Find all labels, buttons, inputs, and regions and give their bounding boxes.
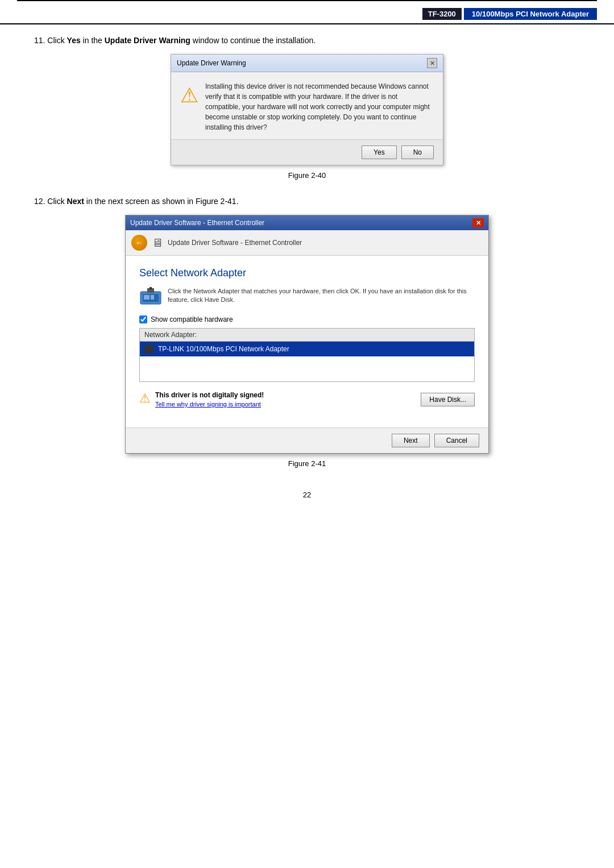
network-desc-text: Click the Network Adapter that matches y… — [168, 287, 475, 305]
page-header: TF-3200 10/100Mbps PCI Network Adapter — [0, 5, 614, 24]
update-dialog-wrapper: Update Driver Software - Ethernet Contro… — [34, 215, 580, 454]
warning-dialog-title: Update Driver Warning — [177, 59, 246, 67]
adapter-item-name: TP-LINK 10/100Mbps PCI Network Adapter — [158, 345, 289, 353]
driver-signing-link[interactable]: Tell me why driver signing is important — [155, 401, 261, 408]
network-adapter-icon — [139, 287, 162, 305]
update-dialog-close[interactable]: ✕ — [472, 218, 484, 227]
show-compatible-label: Show compatible hardware — [151, 315, 233, 323]
adapter-list-container: Network Adapter: TP-LINK 10/100Mbps PCI … — [139, 328, 475, 382]
driver-warning-title: This driver is not digitally signed! — [155, 391, 264, 399]
monitor-icon: 🖥 — [152, 236, 163, 250]
svg-rect-2 — [144, 295, 150, 300]
back-button[interactable]: ← — [131, 235, 147, 251]
update-dialog-footer: Next Cancel — [126, 427, 488, 453]
figure-41-caption: Figure 2-41 — [34, 459, 580, 468]
show-compatible-row: Show compatible hardware — [139, 315, 475, 323]
step-11: 11. Click Yes in the Update Driver Warni… — [34, 36, 580, 180]
update-dialog-titlebar: Update Driver Software - Ethernet Contro… — [126, 215, 488, 230]
driver-warning-left: ⚠ This driver is not digitally signed! T… — [139, 391, 264, 408]
warning-dialog-footer: Yes No — [171, 139, 443, 165]
cancel-button[interactable]: Cancel — [434, 434, 479, 447]
yes-button[interactable]: Yes — [362, 146, 397, 159]
svg-rect-5 — [150, 287, 152, 289]
figure-40-caption: Figure 2-40 — [34, 171, 580, 180]
nav-title-text: Update Driver Software - Ethernet Contro… — [168, 239, 302, 247]
product-label: 10/100Mbps PCI Network Adapter — [464, 8, 597, 20]
no-button[interactable]: No — [401, 146, 434, 159]
network-desc: Click the Network Adapter that matches y… — [139, 287, 475, 305]
adapter-item[interactable]: TP-LINK 10/100Mbps PCI Network Adapter — [140, 342, 474, 356]
adapter-list-body: TP-LINK 10/100Mbps PCI Network Adapter — [140, 342, 474, 381]
adapter-item-icon — [144, 345, 154, 353]
model-label: TF-3200 — [422, 8, 462, 20]
page-number: 22 — [0, 491, 614, 510]
select-network-title: Select Network Adapter — [139, 267, 475, 279]
warning-dialog-wrapper: Update Driver Warning ✕ ⚠ Installing thi… — [34, 54, 580, 165]
step-11-text: 11. Click Yes in the Update Driver Warni… — [34, 36, 580, 45]
network-adapter-svg — [139, 287, 163, 306]
warning-dialog-body: ⚠ Installing this device driver is not r… — [171, 72, 443, 139]
have-disk-button[interactable]: Have Disk... — [421, 393, 475, 406]
show-compatible-checkbox[interactable] — [139, 315, 147, 323]
driver-warning-icon: ⚠ — [139, 391, 151, 406]
warning-dialog-titlebar: Update Driver Warning ✕ — [171, 55, 443, 72]
update-dialog-nav: ← 🖥 Update Driver Software - Ethernet Co… — [126, 230, 488, 256]
update-dialog: Update Driver Software - Ethernet Contro… — [125, 215, 489, 454]
svg-rect-3 — [151, 295, 154, 300]
step-12-text: 12. Click Next in the next screen as sho… — [34, 197, 580, 206]
warning-dialog-close[interactable]: ✕ — [427, 58, 437, 68]
warning-dialog-text: Installing this device driver is not rec… — [205, 81, 434, 132]
adapter-list-empty-space — [140, 356, 474, 379]
driver-warning-text: This driver is not digitally signed! Tel… — [155, 391, 264, 408]
update-dialog-content: Select Network Adapter — [126, 256, 488, 427]
step-12: 12. Click Next in the next screen as sho… — [34, 197, 580, 468]
next-button[interactable]: Next — [392, 434, 430, 447]
adapter-list-header: Network Adapter: — [140, 329, 474, 342]
warning-dialog: Update Driver Warning ✕ ⚠ Installing thi… — [171, 54, 443, 165]
update-dialog-title: Update Driver Software - Ethernet Contro… — [130, 219, 264, 227]
driver-warning-section: ⚠ This driver is not digitally signed! T… — [139, 391, 475, 408]
warning-icon: ⚠ — [180, 84, 198, 107]
